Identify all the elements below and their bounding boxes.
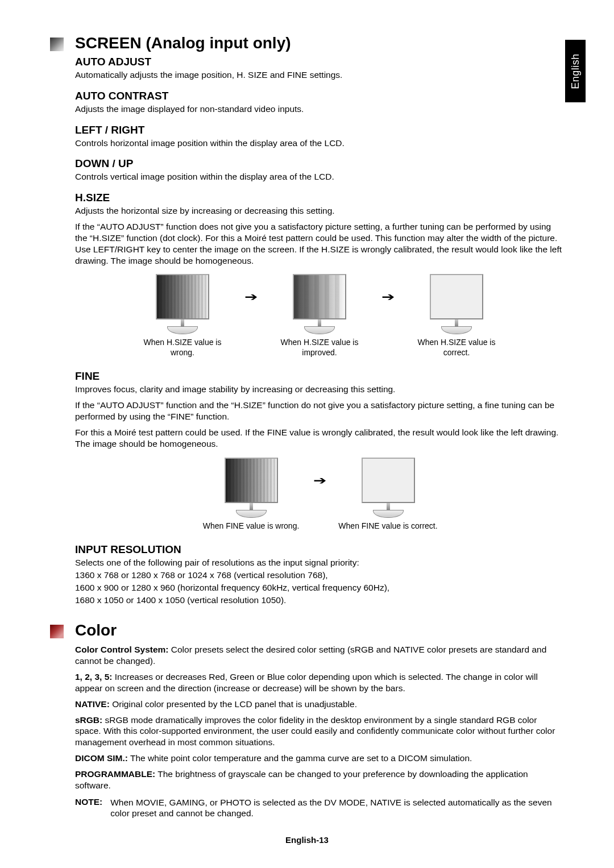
fine-text-3: For this a Moiré test pattern could be u… — [75, 427, 564, 450]
monitor-neck-icon — [250, 503, 253, 510]
left-right-heading: LEFT / RIGHT — [75, 124, 564, 136]
hsize-caption-improved: When H.SIZE value is improved. — [270, 338, 370, 358]
fine-text-1: Improves focus, clarity and image stabil… — [75, 384, 564, 395]
color-programmable-paragraph: PROGRAMMABLE: The brightness of grayscal… — [75, 769, 564, 791]
color-native-paragraph: NATIVE: Original color presented by the … — [75, 699, 564, 710]
monitor-neck-icon — [318, 319, 321, 326]
down-up-text: Controls vertical image position within … — [75, 171, 564, 182]
color-dicom-text: The white point color temperature and th… — [128, 753, 472, 763]
monitor-icon — [225, 458, 278, 518]
monitor-base-icon — [167, 326, 198, 334]
screen-title: SCREEN (Analog input only) — [75, 34, 564, 52]
color-native-label: NATIVE: — [75, 699, 110, 709]
hsize-figure-improved: When H.SIZE value is improved. — [270, 274, 370, 358]
monitor-screen-icon — [430, 274, 483, 319]
monitor-screen-icon — [225, 458, 278, 503]
hsize-heading: H.SIZE — [75, 192, 564, 204]
color-native-text: Original color presented by the LCD pane… — [110, 699, 357, 709]
monitor-neck-icon — [455, 319, 458, 326]
hsize-text-2: If the “AUTO ADJUST” function does not g… — [75, 221, 564, 266]
section-color: Color Color Control System: Color preset… — [50, 621, 564, 819]
fine-figure-correct: When FINE value is correct. — [338, 458, 438, 531]
monitor-screen-icon — [156, 274, 209, 319]
color-title: Color — [75, 621, 564, 639]
arrow-right-icon: ➔ — [380, 274, 397, 319]
color-ccs-label: Color Control System: — [75, 645, 168, 654]
auto-adjust-heading: AUTO ADJUST — [75, 56, 564, 68]
color-note-row: NOTE: When MOVIE, GAMING, or PHOTO is se… — [75, 797, 564, 820]
monitor-screen-icon — [293, 274, 346, 319]
screen-section-icon — [50, 38, 64, 51]
monitor-icon — [430, 274, 483, 334]
color-dicom-paragraph: DICOM SIM.: The white point color temper… — [75, 753, 564, 764]
monitor-icon — [156, 274, 209, 334]
auto-contrast-heading: AUTO CONTRAST — [75, 90, 564, 102]
auto-adjust-text: Automatically adjusts the image position… — [75, 69, 564, 81]
color-srgb-text: sRGB mode dramatically improves the colo… — [75, 715, 555, 747]
monitor-neck-icon — [181, 319, 184, 326]
color-1235-text: Increases or decreases Red, Green or Blu… — [75, 672, 538, 693]
arrow-right-icon: ➔ — [311, 458, 328, 503]
monitor-icon — [293, 274, 346, 334]
hsize-figure-correct: When H.SIZE value is correct. — [407, 274, 507, 358]
hsize-figure-wrong: When H.SIZE value is wrong. — [133, 274, 233, 358]
monitor-base-icon — [373, 510, 404, 518]
color-note-text: When MOVIE, GAMING, or PHOTO is selected… — [110, 797, 564, 820]
input-resolution-line2: 1360 x 768 or 1280 x 768 or 1024 x 768 (… — [75, 570, 564, 581]
color-dicom-label: DICOM SIM.: — [75, 753, 128, 763]
fine-text-2: If the “AUTO ADJUST” function and the “H… — [75, 400, 564, 422]
color-srgb-paragraph: sRGB: sRGB mode dramatically improves th… — [75, 715, 564, 748]
color-section-icon — [50, 625, 64, 638]
fine-figure-wrong: When FINE value is wrong. — [201, 458, 301, 531]
down-up-heading: DOWN / UP — [75, 157, 564, 170]
color-ccs-paragraph: Color Control System: Color presets sele… — [75, 644, 564, 667]
color-srgb-label: sRGB: — [75, 715, 102, 725]
page-footer: English-13 — [50, 835, 564, 845]
color-1235-paragraph: 1, 2, 3, 5: Increases or decreases Red, … — [75, 671, 564, 694]
hsize-figure-row: When H.SIZE value is wrong. ➔ When H.SIZ… — [75, 274, 564, 358]
input-resolution-heading: INPUT RESOLUTION — [75, 543, 564, 556]
input-resolution-line1: Selects one of the following pair of res… — [75, 557, 564, 568]
fine-caption-wrong: When FINE value is wrong. — [203, 521, 300, 531]
language-tab-label: English — [570, 53, 582, 89]
hsize-text-1: Adjusts the horizontal size by increasin… — [75, 205, 564, 217]
input-resolution-line3: 1600 x 900 or 1280 x 960 (horizontal fre… — [75, 582, 564, 593]
input-resolution-line4: 1680 x 1050 or 1400 x 1050 (vertical res… — [75, 595, 564, 606]
fine-caption-correct: When FINE value is correct. — [338, 521, 437, 531]
left-right-text: Controls horizontal image position withi… — [75, 138, 564, 149]
color-1235-label: 1, 2, 3, 5: — [75, 672, 112, 682]
auto-contrast-text: Adjusts the image displayed for non-stan… — [75, 103, 564, 115]
monitor-neck-icon — [387, 503, 390, 510]
color-programmable-label: PROGRAMMABLE: — [75, 769, 155, 779]
monitor-base-icon — [236, 510, 267, 518]
monitor-screen-icon — [362, 458, 415, 503]
fine-figure-row: When FINE value is wrong. ➔ When FINE va… — [75, 458, 564, 531]
hsize-caption-correct: When H.SIZE value is correct. — [407, 338, 507, 358]
color-note-label: NOTE: — [75, 797, 102, 820]
section-screen: SCREEN (Analog input only) AUTO ADJUST A… — [50, 34, 564, 607]
monitor-base-icon — [304, 326, 335, 334]
arrow-right-icon: ➔ — [243, 274, 260, 319]
monitor-base-icon — [441, 326, 472, 334]
hsize-caption-wrong: When H.SIZE value is wrong. — [133, 338, 233, 358]
monitor-icon — [362, 458, 415, 518]
fine-heading: FINE — [75, 370, 564, 383]
language-tab: English — [565, 40, 586, 102]
